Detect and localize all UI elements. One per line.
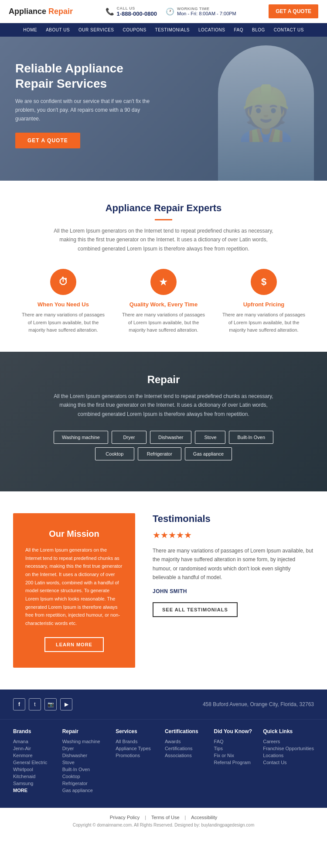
footer-services-promotions[interactable]: Promotions <box>116 753 155 758</box>
footer-privacy-link[interactable]: Privacy Policy <box>110 815 140 820</box>
footer-cert-heading: Certifications <box>165 728 204 734</box>
footer-dyk-referral[interactable]: Referral Program <box>214 760 253 765</box>
social-instagram[interactable]: 📷 <box>44 698 57 710</box>
footer-dyk-tips[interactable]: Tips <box>214 746 253 751</box>
footer-cert-associations[interactable]: Associations <box>165 753 204 758</box>
repair-btn-builtin[interactable]: Built-In Oven <box>229 431 273 444</box>
footer-col-didyouknow: Did You Know? FAQ Tips Fix or Nix Referr… <box>214 728 253 795</box>
nav-testimonials[interactable]: TESTIMONIALS <box>151 23 194 37</box>
footer-separator1: | <box>145 815 146 820</box>
nav-locations[interactable]: LOCATIONS <box>194 23 230 37</box>
repair-title: Repair <box>13 374 314 386</box>
footer-services-types[interactable]: Appliance Types <box>116 746 155 751</box>
header: Appliance Repair 📞 CALL US 1-888-000-080… <box>0 0 327 23</box>
footer-col-repair: Repair Washing machine Dryer Dishwasher … <box>62 728 106 795</box>
footer-brand-ge[interactable]: General Electric <box>13 760 52 765</box>
feature-when-icon: ⏱ <box>50 269 76 295</box>
repair-btn-dryer[interactable]: Dryer <box>112 431 146 444</box>
experts-divider <box>155 219 172 220</box>
footer-repair-dishwasher[interactable]: Dishwasher <box>62 753 106 758</box>
nav-services[interactable]: OUR SERVICES <box>74 23 118 37</box>
feature-pricing-icon: $ <box>251 269 277 295</box>
logo-accent: Repair <box>48 7 73 16</box>
footer-separator2: | <box>185 815 186 820</box>
footer-repair-dryer[interactable]: Dryer <box>62 746 106 751</box>
hero-description: We are so confident with our service tha… <box>15 97 159 123</box>
footer-brand-amana[interactable]: Amana <box>13 739 52 744</box>
footer-repair-builtin[interactable]: Built-In Oven <box>62 767 106 772</box>
footer-ql-locations[interactable]: Locations <box>263 753 314 758</box>
feature-quality-title: Quality Work, Every Time <box>120 301 207 308</box>
repair-section: Repair All the Lorem Ipsum generators on… <box>0 352 327 491</box>
nav-home[interactable]: HOME <box>19 23 41 37</box>
footer-bottom-links: Privacy Policy | Terms of Use | Accessib… <box>13 813 314 820</box>
working-time: 🕐 WORKING TIME Mon - Fri: 8:00AM - 7:00P… <box>166 7 236 16</box>
feature-quality-text: There are many variations of passages of… <box>120 311 207 334</box>
footer-cert-certifications[interactable]: Certifications <box>165 746 204 751</box>
footer-top: f t 📷 ▶ 458 Buford Avenue, Orange City, … <box>0 690 327 719</box>
logo: Appliance Repair <box>9 7 73 16</box>
footer-brand-whirlpool[interactable]: Whirlpool <box>13 767 52 772</box>
social-facebook[interactable]: f <box>13 698 25 710</box>
see-all-testimonials-button[interactable]: SEE ALL TESTIMONIALS <box>153 602 238 617</box>
learn-more-button[interactable]: LEARN MORE <box>44 637 104 652</box>
nav-about[interactable]: ABOUT US <box>41 23 74 37</box>
hero-section: 👷 Reliable Appliance Repair Services We … <box>0 37 327 181</box>
working-label: WORKING TIME <box>177 7 236 11</box>
repair-btn-washing[interactable]: Washing machine <box>54 431 108 444</box>
footer-copyright: Copyright © domainname.com. All Rights R… <box>13 823 314 827</box>
footer-brand-samsung[interactable]: Samsung <box>13 781 52 786</box>
testimonials-title: Testimonials <box>153 513 314 525</box>
phone-label: CALL US <box>117 6 157 10</box>
footer-accessibility-link[interactable]: Accessibility <box>191 815 217 820</box>
features-row: ⏱ When You Need Us There are many variat… <box>17 269 310 334</box>
social-youtube[interactable]: ▶ <box>60 698 72 710</box>
footer-brand-kitchenaid[interactable]: Kitchenaid <box>13 774 52 779</box>
footer-ql-contact[interactable]: Contact Us <box>263 760 314 765</box>
hero-cta-button[interactable]: GET A QUOTE <box>15 133 80 148</box>
footer-repair-stove[interactable]: Stove <box>62 760 106 765</box>
nav-blog[interactable]: BLOG <box>248 23 269 37</box>
footer-ql-franchise[interactable]: Franchise Opportunities <box>263 746 314 751</box>
footer-dyk-faq[interactable]: FAQ <box>214 739 253 744</box>
footer-repair-refrigerator[interactable]: Refrigerator <box>62 781 106 786</box>
feature-when: ⏱ When You Need Us There are many variat… <box>20 269 107 334</box>
main-nav: HOME ABOUT US OUR SERVICES COUPONS TESTI… <box>0 23 327 37</box>
star-feature-icon: ★ <box>159 276 168 288</box>
social-twitter[interactable]: t <box>29 698 41 710</box>
clock-icon: 🕐 <box>166 7 174 16</box>
social-icons-row: f t 📷 ▶ <box>13 698 72 710</box>
get-quote-header-button[interactable]: GET A QUOTE <box>269 4 318 18</box>
footer-repair-washing[interactable]: Washing machine <box>62 739 106 744</box>
repair-btn-cooktop[interactable]: Cooktop <box>95 447 134 460</box>
footer-services-allbrands[interactable]: All Brands <box>116 739 155 744</box>
nav-faq[interactable]: FAQ <box>229 23 248 37</box>
mission-title: Our Mission <box>25 529 123 539</box>
repair-btn-gas[interactable]: Gas appliance <box>185 447 232 460</box>
phone-number: 1-888-000-0800 <box>117 10 157 17</box>
footer-brands-heading: Brands <box>13 728 52 734</box>
footer-terms-link[interactable]: Terms of Use <box>151 815 180 820</box>
repair-btn-stove[interactable]: Stove <box>195 431 225 444</box>
experts-section: Appliance Repair Experts All the Lorem I… <box>0 181 327 352</box>
feature-quality: ★ Quality Work, Every Time There are man… <box>120 269 207 334</box>
feature-pricing-text: There are many variations of passages of… <box>220 311 307 334</box>
footer-cert-awards[interactable]: Awards <box>165 739 204 744</box>
footer-col-quicklinks: Quick Links Careers Franchise Opportunit… <box>263 728 314 795</box>
repair-btn-refrigerator[interactable]: Refrigerator <box>138 447 181 460</box>
repair-btn-dishwasher[interactable]: Dishwasher <box>150 431 191 444</box>
footer-dyk-fix[interactable]: Fix or Nix <box>214 753 253 758</box>
hero-person: 👷 <box>218 45 314 181</box>
footer-brand-more[interactable]: MORE <box>13 788 52 793</box>
nav-coupons[interactable]: COUPONS <box>118 23 150 37</box>
footer-repair-gas[interactable]: Gas appliance <box>62 788 106 793</box>
footer-brand-jenn[interactable]: Jenn-Air <box>13 746 52 751</box>
footer-ql-careers[interactable]: Careers <box>263 739 314 744</box>
footer-quicklinks-heading: Quick Links <box>263 728 314 734</box>
footer-brand-kenmore[interactable]: Kenmore <box>13 753 52 758</box>
phone-icon: 📞 <box>106 7 114 16</box>
footer-didyouknow-heading: Did You Know? <box>214 728 253 734</box>
nav-contact[interactable]: CONTACT US <box>269 23 308 37</box>
footer-repair-cooktop[interactable]: Cooktop <box>62 774 106 779</box>
phone-contact: 📞 CALL US 1-888-000-0800 <box>106 6 157 17</box>
